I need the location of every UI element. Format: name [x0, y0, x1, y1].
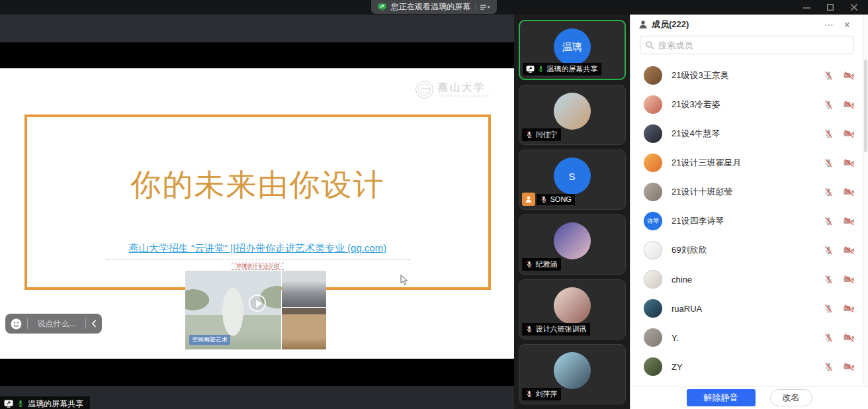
- member-row[interactable]: Y.: [630, 323, 863, 352]
- member-avatar: [644, 299, 662, 318]
- slide-black-band-top: [0, 42, 514, 68]
- play-button-icon[interactable]: [249, 295, 266, 312]
- close-icon[interactable]: [846, 0, 863, 15]
- mic-on-icon: [537, 65, 544, 73]
- camera-off-icon: [844, 100, 855, 109]
- video-tile[interactable]: 闫佳宁: [519, 85, 626, 145]
- member-row[interactable]: 21设3冷若姿: [630, 90, 863, 119]
- maximize-icon[interactable]: [822, 0, 839, 15]
- university-name-cn: 燕山大学: [438, 81, 492, 94]
- member-name: 21设4牛慧琴: [672, 128, 824, 140]
- list-caret-icon[interactable]: [480, 4, 490, 11]
- mic-off-icon: [824, 187, 834, 197]
- mouse-cursor: [400, 275, 408, 289]
- camera-off-icon: [844, 158, 855, 167]
- video-tile[interactable]: 刘萍萍: [519, 344, 626, 404]
- video-tile[interactable]: S SONG: [519, 150, 626, 210]
- share-badge-label: 温璃的屏幕共享: [28, 398, 83, 409]
- member-name: 21设四李诗琴: [672, 215, 824, 227]
- chat-input[interactable]: 说点什么...: [33, 318, 80, 330]
- screen-share-icon: [378, 3, 386, 11]
- member-row[interactable]: 21级设3王京奥: [630, 61, 863, 90]
- members-panel: 成员(222) ⋯ ✕ 21级设3王京奥 21设3冷若姿: [630, 15, 868, 409]
- member-row[interactable]: chine: [630, 265, 863, 294]
- member-avatar: [644, 154, 662, 172]
- participant-avatar: S: [554, 158, 591, 195]
- search-icon: [646, 41, 654, 50]
- camera-off-icon: [844, 362, 855, 371]
- window-controls: [798, 0, 863, 15]
- video-tile[interactable]: 设计六班张训讯: [519, 279, 626, 340]
- member-row[interactable]: ZY: [630, 352, 863, 381]
- hand-raised-badge-icon: [522, 193, 535, 206]
- slide-video-thumbnail[interactable]: 空间雕塑艺术: [185, 271, 281, 349]
- member-name: Y.: [672, 333, 824, 343]
- mic-off-icon: [525, 260, 533, 269]
- member-row[interactable]: 21设计三班霍星月: [630, 148, 863, 177]
- close-icon[interactable]: ✕: [844, 20, 851, 30]
- member-avatar: [644, 66, 662, 85]
- mic-off-icon: [824, 362, 834, 372]
- participant-avatar: [554, 352, 591, 389]
- mic-off-icon: [525, 390, 533, 398]
- member-name: 21级设3王京奥: [672, 69, 824, 81]
- member-avatar: [644, 270, 662, 289]
- video-tile[interactable]: 纪雅涵: [519, 214, 626, 275]
- participant-name: 设计六班张训讯: [536, 324, 587, 334]
- video-thumbnail-label: 空间雕塑艺术: [189, 335, 230, 345]
- member-row[interactable]: 21设计十班彭莹: [630, 177, 863, 206]
- chat-quick-bar[interactable]: 说点什么...: [5, 314, 102, 334]
- watching-banner[interactable]: 您正在观看温璃的屏幕: [371, 0, 497, 14]
- mic-off-icon: [824, 246, 834, 255]
- participant-name: 闫佳宁: [536, 130, 558, 140]
- camera-off-icon: [844, 71, 855, 80]
- members-icon: [638, 20, 648, 29]
- member-row[interactable]: 69刘欣欣: [630, 236, 863, 265]
- camera-off-icon: [844, 275, 855, 284]
- mic-off-icon: [824, 304, 834, 314]
- mic-off-icon: [824, 333, 834, 343]
- member-row[interactable]: 诗琴 21设四李诗琴: [630, 206, 863, 236]
- rename-button[interactable]: 改名: [770, 389, 812, 406]
- pill-divider: [475, 3, 476, 11]
- mic-off-icon: [525, 130, 533, 139]
- slide-caption: · 环境设计专业介绍 ·: [24, 263, 491, 270]
- members-scrollbar[interactable]: [863, 15, 868, 386]
- search-input[interactable]: [658, 40, 847, 50]
- members-header: 成员(222) ⋯ ✕: [630, 15, 868, 34]
- minimize-icon[interactable]: [798, 0, 815, 15]
- camera-off-icon: [844, 333, 855, 342]
- smiley-icon[interactable]: [11, 318, 22, 330]
- unmute-button[interactable]: 解除静音: [687, 389, 756, 406]
- member-name: 21设计十班彭莹: [672, 186, 824, 198]
- mic-off-icon: [824, 275, 834, 285]
- scrollbar-thumb[interactable]: [864, 60, 867, 152]
- chat-divider: [85, 318, 86, 329]
- member-row[interactable]: ruaRUA: [630, 294, 863, 323]
- participant-avatar: [554, 287, 591, 324]
- member-row[interactable]: 21设4牛慧琴: [630, 119, 863, 148]
- screen-share-icon: [526, 66, 535, 73]
- member-search[interactable]: [640, 36, 853, 54]
- slide-title: 你的未来由你设计: [24, 165, 491, 206]
- title-bar: 您正在观看温璃的屏幕: [0, 0, 868, 15]
- camera-off-icon: [844, 129, 855, 138]
- participant-name: 刘萍萍: [536, 389, 558, 399]
- screen-share-icon: [4, 400, 13, 408]
- member-avatar: [644, 241, 662, 259]
- participant-avatar: 温璃: [554, 28, 591, 66]
- slide-image-thumbnail-top: [282, 271, 326, 307]
- slide-hyperlink[interactable]: 燕山大学招生 “云讲堂” ||招办带你走进艺术类专业 (qq.com): [24, 242, 491, 255]
- members-footer: 解除静音 改名: [630, 386, 868, 409]
- watching-label: 您正在观看温璃的屏幕: [391, 1, 470, 13]
- chevron-left-icon[interactable]: [91, 320, 97, 328]
- camera-off-icon: [844, 187, 855, 197]
- member-avatar: [644, 95, 662, 114]
- participant-name: 温璃的屏幕共享: [547, 64, 598, 74]
- video-tile[interactable]: 温璃 温璃的屏幕共享: [519, 20, 626, 80]
- member-name: 21设计三班霍星月: [672, 157, 824, 169]
- more-icon[interactable]: ⋯: [824, 19, 834, 30]
- screen-letterbox-top: [0, 15, 514, 42]
- member-name: ruaRUA: [672, 304, 824, 314]
- participant-avatar: [554, 93, 591, 130]
